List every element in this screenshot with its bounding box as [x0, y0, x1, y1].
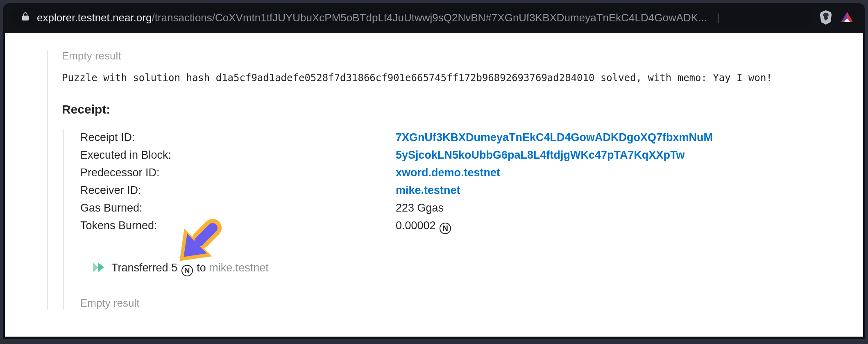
transfer-icon: [92, 260, 106, 277]
link-receiver[interactable]: mike.testnet: [396, 184, 460, 196]
label-receiver: Receiver ID:: [80, 184, 396, 197]
lock-icon: [20, 11, 30, 24]
browser-chrome: explorer.testnet.near.org/transactions/C…: [3, 3, 865, 33]
label-predecessor: Predecessor ID:: [80, 166, 396, 179]
browser-actions: [819, 9, 857, 27]
url-ellipsis: ...: [698, 11, 707, 24]
url-domain: explorer.testnet.near.org: [37, 11, 152, 24]
svg-marker-7: [93, 262, 99, 272]
page-frame: Empty result Puzzle with solution hash d…: [3, 33, 865, 339]
transfer-account[interactable]: mike.testnet: [209, 262, 269, 274]
empty-result-label: Empty result: [80, 297, 822, 310]
page-content: Empty result Puzzle with solution hash d…: [5, 33, 863, 337]
value-tokens: 0.00002 N: [396, 219, 822, 234]
row-receiver: Receiver ID: mike.testnet: [80, 182, 822, 199]
transfer-to-word: to: [197, 262, 206, 274]
url-path: /transactions/CoXVmtn1tfJUYUbuXcPM5oBTdp…: [152, 11, 698, 24]
transfer-prefix: Transferred: [111, 262, 168, 274]
value-tokens-amount: 0.00002: [396, 219, 436, 232]
row-receipt-id: Receipt ID: 7XGnUf3KBXDumeyaTnEkC4LD4Gow…: [80, 129, 822, 146]
transfer-action: Transferred 5 N to mike.testnet: [92, 260, 822, 277]
receipt-heading: Receipt:: [62, 103, 822, 116]
link-block[interactable]: 5ySjcokLN5koUbbG6paL8L4ftdjgWKc47pTA7KqX…: [396, 149, 685, 161]
brave-shield-icon[interactable]: [819, 9, 833, 27]
label-receipt-id: Receipt ID:: [80, 131, 396, 144]
address-bar[interactable]: explorer.testnet.near.org/transactions/C…: [11, 7, 811, 28]
transfer-text: Transferred 5 N to mike.testnet: [111, 262, 269, 276]
link-receipt-id[interactable]: 7XGnUf3KBXDumeyaTnEkC4LD4GowADKDgoXQ7fbx…: [396, 131, 713, 144]
receipt-outer-block: Empty result Puzzle with solution hash d…: [47, 50, 822, 310]
label-tokens: Tokens Burned:: [80, 219, 396, 232]
svg-marker-8: [98, 262, 104, 272]
receipt-details: Receipt ID: 7XGnUf3KBXDumeyaTnEkC4LD4Gow…: [63, 129, 822, 310]
bat-icon[interactable]: [840, 10, 854, 26]
transfer-amount: 5: [171, 262, 177, 274]
near-symbol-icon: N: [440, 223, 451, 234]
empty-result-label: Empty result: [62, 50, 822, 62]
value-gas: 223 Ggas: [396, 202, 822, 214]
link-predecessor[interactable]: xword.demo.testnet: [396, 166, 500, 179]
label-gas: Gas Burned:: [80, 202, 396, 214]
row-gas: Gas Burned: 223 Ggas: [80, 199, 822, 217]
address-bar-url: explorer.testnet.near.org/transactions/C…: [37, 11, 707, 24]
url-divider: |: [714, 11, 723, 24]
label-block: Executed in Block:: [80, 149, 396, 162]
near-symbol-icon: N: [181, 265, 193, 276]
row-block: Executed in Block: 5ySjcokLN5koUbbG6paL8…: [80, 146, 822, 164]
log-line: Puzzle with solution hash d1a5cf9ad1adef…: [62, 72, 822, 84]
row-predecessor: Predecessor ID: xword.demo.testnet: [80, 164, 822, 182]
row-tokens: Tokens Burned: 0.00002 N: [80, 217, 822, 237]
